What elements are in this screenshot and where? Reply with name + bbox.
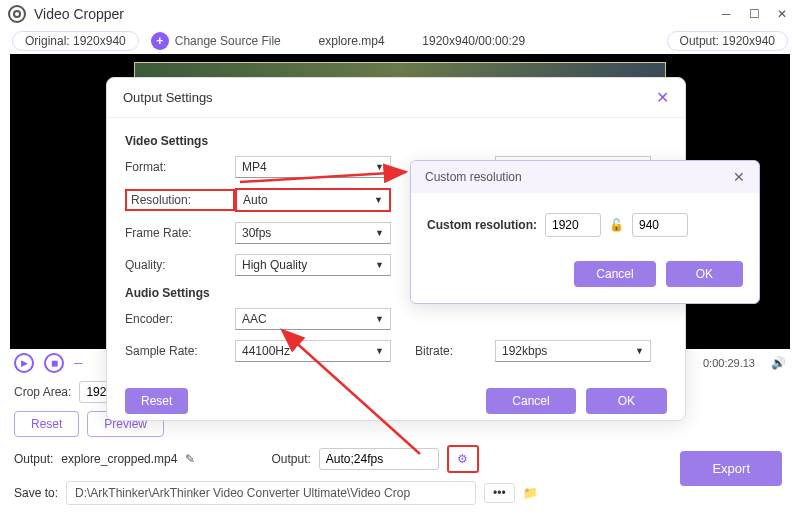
- chevron-down-icon: ▼: [375, 346, 384, 356]
- samplerate-select[interactable]: 44100Hz▼: [235, 340, 391, 362]
- resolution-select[interactable]: Auto▼: [235, 188, 391, 212]
- chevron-down-icon: ▼: [375, 228, 384, 238]
- popup-cancel-button[interactable]: Cancel: [574, 261, 655, 287]
- popup-title: Custom resolution: [425, 170, 522, 184]
- change-source-label: Change Source File: [175, 34, 281, 48]
- change-source-button[interactable]: + Change Source File: [151, 32, 281, 50]
- open-folder-icon[interactable]: 📁: [523, 486, 538, 500]
- app-title: Video Cropper: [34, 6, 124, 22]
- minimize-button[interactable]: ─: [716, 4, 736, 24]
- current-filename: explore.mp4: [293, 34, 411, 48]
- chevron-down-icon: ▼: [374, 195, 383, 205]
- video-settings-heading: Video Settings: [125, 134, 667, 148]
- time-display: 0:00:29.13: [703, 357, 755, 369]
- volume-icon[interactable]: 🔊: [771, 356, 786, 370]
- chevron-down-icon: ▼: [375, 260, 384, 270]
- modal-cancel-button[interactable]: Cancel: [486, 388, 575, 414]
- browse-button[interactable]: •••: [484, 483, 515, 503]
- reset-button[interactable]: Reset: [14, 411, 79, 437]
- popup-close-icon[interactable]: ✕: [733, 169, 745, 185]
- modal-close-icon[interactable]: ✕: [656, 88, 669, 107]
- format-select[interactable]: MP4▼: [235, 156, 391, 178]
- save-to-label: Save to:: [14, 486, 58, 500]
- info-bar: Original: 1920x940 + Change Source File …: [0, 28, 800, 54]
- edit-filename-icon[interactable]: ✎: [185, 452, 195, 466]
- output-format-field[interactable]: [319, 448, 439, 470]
- crop-area-label: Crop Area:: [14, 385, 71, 399]
- output-filename: explore_cropped.mp4: [61, 452, 177, 466]
- audio-encoder-select[interactable]: AAC▼: [235, 308, 391, 330]
- format-label: Format:: [125, 160, 235, 174]
- export-button[interactable]: Export: [680, 451, 782, 486]
- audio-encoder-label: Encoder:: [125, 312, 235, 326]
- original-dimensions: Original: 1920x940: [12, 31, 139, 51]
- output-dimensions: Output: 1920x940: [667, 31, 788, 51]
- save-path-field[interactable]: D:\ArkThinker\ArkThinker Video Converter…: [66, 481, 476, 505]
- custom-width-input[interactable]: [545, 213, 601, 237]
- resolution-label: Resolution:: [125, 189, 235, 211]
- dimensions-duration: 1920x940/00:00:29: [422, 34, 525, 48]
- custom-resolution-popup: Custom resolution ✕ Custom resolution: 🔓…: [410, 160, 760, 304]
- output-label: Output:: [14, 452, 53, 466]
- play-button[interactable]: ▶: [14, 353, 34, 373]
- chevron-down-icon: ▼: [635, 346, 644, 356]
- framerate-label: Frame Rate:: [125, 226, 235, 240]
- bitrate-label: Bitrate:: [415, 344, 495, 358]
- close-button[interactable]: ✕: [772, 4, 792, 24]
- gear-icon[interactable]: ⚙: [454, 450, 472, 468]
- chevron-down-icon: ▼: [375, 162, 384, 172]
- app-logo-icon: [8, 5, 26, 23]
- maximize-button[interactable]: ☐: [744, 4, 764, 24]
- custom-height-input[interactable]: [632, 213, 688, 237]
- titlebar: Video Cropper ─ ☐ ✕: [0, 0, 800, 28]
- samplerate-label: Sample Rate:: [125, 344, 235, 358]
- popup-ok-button[interactable]: OK: [666, 261, 743, 287]
- timeline-handle-icon[interactable]: ─: [74, 356, 83, 370]
- bitrate-select[interactable]: 192kbps▼: [495, 340, 651, 362]
- plus-icon: +: [151, 32, 169, 50]
- stop-button[interactable]: ◼: [44, 353, 64, 373]
- output-format-label: Output:: [271, 452, 310, 466]
- framerate-select[interactable]: 30fps▼: [235, 222, 391, 244]
- modal-reset-button[interactable]: Reset: [125, 388, 188, 414]
- output-settings-highlight: ⚙: [447, 445, 479, 473]
- unlock-icon[interactable]: 🔓: [609, 218, 624, 232]
- modal-title: Output Settings: [123, 90, 213, 105]
- modal-ok-button[interactable]: OK: [586, 388, 667, 414]
- quality-select[interactable]: High Quality▼: [235, 254, 391, 276]
- custom-resolution-label: Custom resolution:: [427, 218, 537, 232]
- chevron-down-icon: ▼: [375, 314, 384, 324]
- quality-label: Quality:: [125, 258, 235, 272]
